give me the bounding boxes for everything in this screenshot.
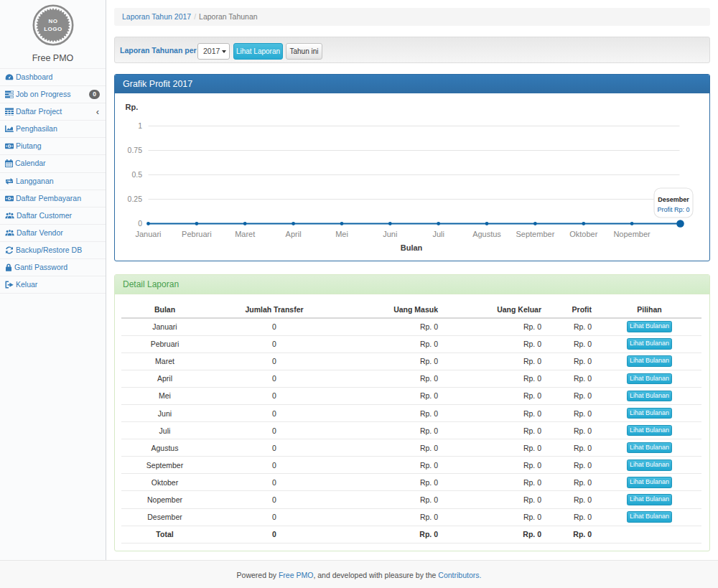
svg-text:0.75: 0.75 — [128, 146, 143, 154]
svg-text:Nopember: Nopember — [613, 230, 651, 238]
svg-text:Rp.: Rp. — [126, 103, 139, 111]
svg-text:Januari: Januari — [135, 230, 161, 238]
svg-text:Agustus: Agustus — [472, 230, 501, 238]
svg-text:1: 1 — [138, 121, 142, 130]
svg-text:Bulan: Bulan — [401, 243, 423, 252]
svg-text:Mei: Mei — [335, 230, 348, 238]
svg-text:Juli: Juli — [432, 230, 444, 238]
svg-text:0: 0 — [138, 219, 142, 228]
svg-text:0.5: 0.5 — [131, 170, 142, 179]
svg-text:April: April — [286, 230, 302, 238]
svg-text:LOGO: LOGO — [44, 26, 62, 32]
svg-text:Pebruari: Pebruari — [182, 230, 212, 238]
svg-text:NO: NO — [49, 18, 58, 24]
svg-text:Desember: Desember — [658, 196, 689, 203]
svg-text:0.25: 0.25 — [128, 195, 143, 203]
svg-text:Maret: Maret — [235, 230, 255, 238]
svg-text:Oktober: Oktober — [569, 230, 597, 238]
svg-text:Profit Rp: 0: Profit Rp: 0 — [657, 206, 689, 213]
svg-text:September: September — [516, 230, 554, 238]
svg-text:Juni: Juni — [383, 230, 397, 238]
